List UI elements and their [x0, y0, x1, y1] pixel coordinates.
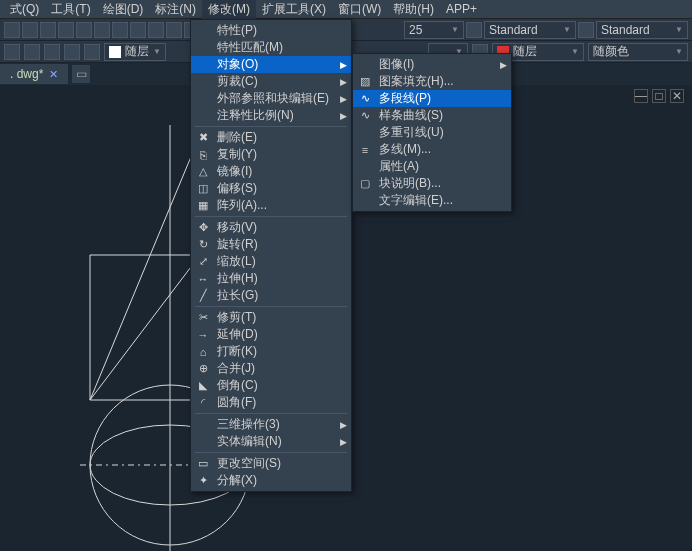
- menu-item[interactable]: ▨图案填充(H)...: [353, 73, 511, 90]
- menu-item-icon: [195, 57, 211, 73]
- menu-item[interactable]: 注释性比例(N)▶: [191, 107, 351, 124]
- menu-draw[interactable]: 绘图(D): [97, 0, 150, 20]
- style1-combo[interactable]: Standard▼: [484, 21, 576, 39]
- tool-icon[interactable]: [4, 44, 20, 60]
- submenu-arrow-icon: ▶: [340, 77, 347, 87]
- tool-icon[interactable]: [148, 22, 164, 38]
- menu-item[interactable]: ✂修剪(T): [191, 309, 351, 326]
- submenu-arrow-icon: ▶: [340, 94, 347, 104]
- menu-item[interactable]: 属性(A): [353, 158, 511, 175]
- menu-item-label: 拉长(G): [217, 287, 258, 304]
- tool-icon[interactable]: [166, 22, 182, 38]
- menu-item[interactable]: ⤢缩放(L): [191, 253, 351, 270]
- menu-item[interactable]: ⊕合并(J): [191, 360, 351, 377]
- modify-menu: 特性(P)特性匹配(M)对象(O)▶剪裁(C)▶外部参照和块编辑(E)▶注释性比…: [190, 19, 352, 492]
- menu-tools[interactable]: 工具(T): [45, 0, 96, 20]
- menu-item-label: 文字编辑(E)...: [379, 192, 453, 209]
- menu-extend[interactable]: 扩展工具(X): [256, 0, 332, 20]
- color-combo[interactable]: 随颜色▼: [588, 43, 688, 61]
- minimize-icon[interactable]: —: [634, 89, 648, 103]
- menu-item[interactable]: ≡多线(M)...: [353, 141, 511, 158]
- close-view-icon[interactable]: ✕: [670, 89, 684, 103]
- tool-icon[interactable]: [130, 22, 146, 38]
- menu-item[interactable]: 图像(I)▶: [353, 56, 511, 73]
- menu-item[interactable]: 特性(P): [191, 22, 351, 39]
- menu-item[interactable]: →延伸(D): [191, 326, 351, 343]
- menu-item-icon: [195, 108, 211, 124]
- menu-item[interactable]: ╱拉长(G): [191, 287, 351, 304]
- menu-dimension[interactable]: 标注(N): [149, 0, 202, 20]
- tool-icon[interactable]: [58, 22, 74, 38]
- menu-item[interactable]: 多重引线(U): [353, 124, 511, 141]
- menu-item-icon: ⌂: [195, 344, 211, 360]
- menu-item[interactable]: 外部参照和块编辑(E)▶: [191, 90, 351, 107]
- menu-help[interactable]: 帮助(H): [387, 0, 440, 20]
- menu-item[interactable]: 实体编辑(N)▶: [191, 433, 351, 450]
- menu-item[interactable]: ✥移动(V): [191, 219, 351, 236]
- menu-modify[interactable]: 修改(M): [202, 0, 256, 20]
- menu-item-label: 阵列(A)...: [217, 197, 267, 214]
- menu-item[interactable]: ▢块说明(B)...: [353, 175, 511, 192]
- tool-icon[interactable]: [112, 22, 128, 38]
- menu-item-icon: [195, 74, 211, 90]
- menu-item[interactable]: ✖删除(E): [191, 129, 351, 146]
- menu-item-icon: ✖: [195, 130, 211, 146]
- menu-item[interactable]: △镜像(I): [191, 163, 351, 180]
- menu-item[interactable]: ⌂打断(K): [191, 343, 351, 360]
- menu-item[interactable]: ▦阵列(A)...: [191, 197, 351, 214]
- close-icon[interactable]: ✕: [49, 68, 58, 81]
- menu-item[interactable]: ∿多段线(P): [353, 90, 511, 107]
- menu-item-icon: [357, 125, 373, 141]
- menu-item[interactable]: 特性匹配(M): [191, 39, 351, 56]
- menu-item[interactable]: 剪裁(C)▶: [191, 73, 351, 90]
- tool-icon[interactable]: [84, 44, 100, 60]
- tool-icon[interactable]: [40, 22, 56, 38]
- menu-item-icon: [357, 57, 373, 73]
- menu-item[interactable]: ∿样条曲线(S): [353, 107, 511, 124]
- menu-item-icon: ≡: [357, 142, 373, 158]
- tool-icon[interactable]: [76, 22, 92, 38]
- menu-window[interactable]: 窗口(W): [332, 0, 387, 20]
- menu-item[interactable]: 文字编辑(E)...: [353, 192, 511, 209]
- menu-item[interactable]: ◣倒角(C): [191, 377, 351, 394]
- layer-combo[interactable]: 随层▼: [104, 43, 166, 61]
- menu-item-label: 分解(X): [217, 472, 257, 489]
- menu-item-label: 实体编辑(N): [217, 433, 282, 450]
- menu-item-icon: [357, 193, 373, 209]
- dim-combo[interactable]: 25▼: [404, 21, 464, 39]
- menu-item-icon: [195, 91, 211, 107]
- menu-app[interactable]: APP+: [440, 0, 483, 18]
- document-tab[interactable]: . dwg* ✕: [0, 64, 68, 84]
- menu-item[interactable]: ◫偏移(S): [191, 180, 351, 197]
- tool-icon[interactable]: [94, 22, 110, 38]
- menu-format[interactable]: 式(Q): [4, 0, 45, 20]
- new-tab-button[interactable]: ▭: [72, 65, 90, 83]
- menu-item-label: 块说明(B)...: [379, 175, 441, 192]
- view-controls: — □ ✕: [634, 89, 684, 103]
- tool-icon[interactable]: [4, 22, 20, 38]
- menu-item-label: 缩放(L): [217, 253, 256, 270]
- menu-item[interactable]: 三维操作(3)▶: [191, 416, 351, 433]
- menu-item-label: 对象(O): [217, 56, 258, 73]
- menu-item[interactable]: ✦分解(X): [191, 472, 351, 489]
- menu-item-icon: [357, 159, 373, 175]
- tool-icon[interactable]: [64, 44, 80, 60]
- menu-item[interactable]: ⎘复制(Y): [191, 146, 351, 163]
- tool-icon[interactable]: [44, 44, 60, 60]
- menu-item[interactable]: ▭更改空间(S): [191, 455, 351, 472]
- menu-item-icon: [195, 23, 211, 39]
- tool-icon[interactable]: [24, 44, 40, 60]
- menu-item-icon: ⎘: [195, 147, 211, 163]
- menu-item[interactable]: ↻旋转(R): [191, 236, 351, 253]
- tool-icon[interactable]: [466, 22, 482, 38]
- menu-item[interactable]: 对象(O)▶: [191, 56, 351, 73]
- tool-icon[interactable]: [578, 22, 594, 38]
- submenu-arrow-icon: ▶: [500, 60, 507, 70]
- svg-line-1: [90, 135, 200, 400]
- maximize-icon[interactable]: □: [652, 89, 666, 103]
- menu-item[interactable]: ↔拉伸(H): [191, 270, 351, 287]
- menu-item[interactable]: ◜圆角(F): [191, 394, 351, 411]
- style2-combo[interactable]: Standard▼: [596, 21, 688, 39]
- tool-icon[interactable]: [22, 22, 38, 38]
- menu-item-icon: ↻: [195, 237, 211, 253]
